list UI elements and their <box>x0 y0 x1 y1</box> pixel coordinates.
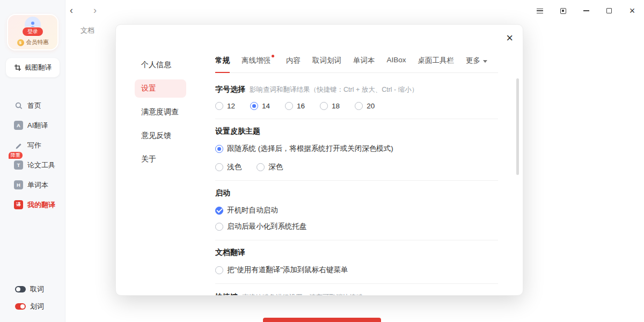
font-size-radio-14[interactable]: 14 <box>250 102 270 110</box>
section-title-text: 文档翻译 <box>215 248 245 258</box>
back-button[interactable]: ‹ <box>70 4 73 16</box>
wordbook-icon: H <box>14 180 23 189</box>
sidebar-item-label: 论文工具 <box>27 160 55 170</box>
doc-translate-section-title: 文档翻译 <box>215 248 498 258</box>
crop-icon <box>14 64 21 71</box>
sidebar-item-wordbook[interactable]: H 单词本 <box>0 175 65 195</box>
doc-context-menu-checkbox[interactable]: 把"使用有道翻译"添加到鼠标右键菜单 <box>215 265 498 275</box>
nav-item-profile[interactable]: 个人信息 <box>135 56 186 74</box>
checkbox-icon <box>215 266 223 274</box>
radio-label: 浅色 <box>227 162 241 172</box>
startup-auto-checkbox[interactable]: 开机时自动启动 <box>215 206 498 215</box>
screenshot-translate-button[interactable]: 截图翻译 <box>6 58 60 77</box>
sidebar-item-paper-tools[interactable]: 降重 T 论文工具 <box>0 155 65 175</box>
sidebar: 登录 $ 会员特惠 截图翻译 首页 <box>0 0 65 322</box>
radio-icon <box>215 163 223 171</box>
checkbox-label: 启动后最小化到系统托盘 <box>227 222 307 231</box>
titlebar: ‹ › × <box>65 0 644 21</box>
sidebar-item-label: 单词本 <box>27 180 48 190</box>
modal-scrollbar[interactable] <box>516 78 519 175</box>
settings-nav: 个人信息 设置 满意度调查 意见反馈 关于 <box>135 56 199 174</box>
word-select-label: 划词 <box>30 302 44 311</box>
tab-content[interactable]: 内容 <box>286 56 301 72</box>
section-title-text: 启动 <box>215 188 230 198</box>
nav-item-survey[interactable]: 满意度调查 <box>135 103 186 121</box>
radio-label: 12 <box>227 102 235 110</box>
sidebar-item-label: 写作 <box>27 141 41 150</box>
search-icon <box>14 101 23 110</box>
my-translations-icon: 译 <box>14 200 23 209</box>
dialog-close-button[interactable]: × <box>506 32 513 44</box>
sidebar-item-home[interactable]: 首页 <box>0 96 65 115</box>
section-title-text: 快捷键 <box>215 292 238 295</box>
maximize-button[interactable] <box>605 6 613 15</box>
word-select-toggle[interactable]: 划词 <box>15 302 44 311</box>
section-subtitle-text: 直接按键盘进行设置，清空可取消快捷键 <box>242 293 363 295</box>
sidebar-item-my-translations[interactable]: 译 我的翻译 <box>0 195 65 215</box>
font-size-radio-12[interactable]: 12 <box>215 102 235 110</box>
checkbox-checked-icon <box>215 207 223 215</box>
background-red-bar <box>263 318 381 322</box>
theme-follow-system-radio[interactable]: 跟随系统 (选择后，将根据系统打开或关闭深色模式) <box>215 144 498 153</box>
radio-label: 深色 <box>268 162 283 172</box>
word-capture-label: 取词 <box>30 284 44 294</box>
theme-light-radio[interactable]: 浅色 <box>215 162 241 172</box>
radio-checked-icon <box>215 145 223 153</box>
menu-icon[interactable] <box>536 6 544 15</box>
radio-icon <box>215 102 223 110</box>
sidebar-bottom: 取词 划词 <box>15 284 44 311</box>
login-card[interactable]: 登录 $ 会员特惠 <box>7 14 58 50</box>
pen-icon <box>14 141 23 150</box>
tab-word-capture[interactable]: 取词划词 <box>312 56 341 72</box>
font-size-radio-20[interactable]: 20 <box>355 102 375 110</box>
nav-item-feedback[interactable]: 意见反馈 <box>135 127 186 145</box>
nav-item-about[interactable]: 关于 <box>135 150 186 169</box>
screenshot-translate-label: 截图翻译 <box>25 63 52 72</box>
font-size-radio-18[interactable]: 18 <box>320 102 340 110</box>
section-title-text: 字号选择 <box>215 85 245 94</box>
theme-dark-radio[interactable]: 深色 <box>257 162 283 172</box>
section-divider <box>215 240 498 240</box>
nav-item-settings[interactable]: 设置 <box>135 79 186 98</box>
mini-window-icon[interactable] <box>559 6 567 15</box>
section-divider <box>215 283 498 284</box>
font-size-radio-16[interactable]: 16 <box>285 102 305 110</box>
coin-icon: $ <box>17 39 24 46</box>
sidebar-menu: 首页 A AI翻译 写作 降重 T 论文工具 H 单词 <box>0 96 65 215</box>
chevron-down-icon <box>483 60 487 63</box>
section-divider <box>215 119 498 119</box>
sidebar-item-ai-translate[interactable]: A AI翻译 <box>0 115 65 135</box>
radio-label: 16 <box>297 102 305 110</box>
paper-tools-icon: T <box>14 160 23 170</box>
tab-desktop-toolbar[interactable]: 桌面工具栏 <box>418 56 455 72</box>
close-button[interactable]: × <box>628 6 636 15</box>
tab-aibox[interactable]: AIBox <box>387 56 406 70</box>
radio-label: 跟随系统 (选择后，将根据系统打开或关闭深色模式) <box>227 144 393 153</box>
tab-offline[interactable]: 离线增强 <box>241 56 274 72</box>
app-window: 登录 $ 会员特惠 截图翻译 首页 <box>0 0 644 322</box>
radio-icon <box>285 102 293 110</box>
settings-dialog: × 个人信息 设置 满意度调查 意见反馈 关于 常规 离线增强 内容 取词划词 … <box>115 24 523 296</box>
font-size-section-title: 字号选择 影响查词和翻译结果（快捷键：Ctrl + 放大、Ctrl - 缩小） <box>215 85 498 94</box>
word-capture-toggle[interactable]: 取词 <box>15 284 44 294</box>
forward-button[interactable]: › <box>93 4 97 16</box>
checkbox-icon <box>215 223 223 231</box>
tab-offline-label: 离线增强 <box>241 56 270 64</box>
tab-wordbook[interactable]: 单词本 <box>353 56 375 72</box>
radio-icon <box>320 102 328 110</box>
sidebar-item-label: 我的翻译 <box>27 200 55 210</box>
tab-document[interactable]: 文档 <box>80 26 94 35</box>
radio-label: 18 <box>332 102 340 110</box>
theme-section-title: 设置皮肤主题 <box>215 127 498 136</box>
radio-label: 14 <box>262 102 270 110</box>
vip-banner[interactable]: $ 会员特惠 <box>8 39 57 46</box>
minimize-button[interactable] <box>582 6 590 15</box>
startup-tray-checkbox[interactable]: 启动后最小化到系统托盘 <box>215 222 498 231</box>
paper-tools-badge: 降重 <box>9 152 23 159</box>
section-divider <box>215 180 498 181</box>
section-subtitle-text: 影响查词和翻译结果（快捷键：Ctrl + 放大、Ctrl - 缩小） <box>250 85 418 94</box>
tab-general[interactable]: 常规 <box>215 56 230 73</box>
checkbox-label: 把"使用有道翻译"添加到鼠标右键菜单 <box>227 265 348 275</box>
tab-more[interactable]: 更多 <box>466 56 487 72</box>
login-button[interactable]: 登录 <box>22 27 43 36</box>
